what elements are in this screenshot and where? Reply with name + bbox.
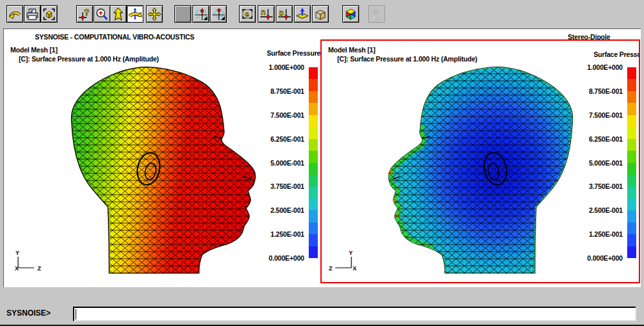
svg-text:n: n xyxy=(261,8,265,17)
sysnoise-app-window: { "header": { "title": "SYSNOISE - COMPU… xyxy=(0,0,644,326)
legend-color-segment xyxy=(627,223,636,234)
grab-hand-button[interactable] xyxy=(368,5,385,23)
right-legend-color-bar xyxy=(627,67,636,258)
node-pick-button[interactable]: n xyxy=(258,5,275,23)
legend-color-segment xyxy=(309,246,318,258)
right-axis-horizontal-label: Z xyxy=(329,265,333,272)
legend-color-segment xyxy=(627,91,636,103)
pick-circle-point-button[interactable] xyxy=(210,5,227,23)
legend-color-segment xyxy=(627,103,636,114)
right-axis-up-label: Y xyxy=(349,250,353,256)
legend-color-segment xyxy=(627,175,636,186)
zoom-arrow-icon xyxy=(111,7,125,21)
svg-text:p: p xyxy=(279,8,284,17)
rotate-button[interactable] xyxy=(127,5,143,23)
undo-button[interactable] xyxy=(6,5,23,23)
pan-button[interactable] xyxy=(146,5,163,23)
node-pick-icon: n xyxy=(259,7,273,21)
legend-color-segment xyxy=(309,234,318,246)
legend-color-segment xyxy=(309,79,318,91)
right-legend-title: Surface Pressure xyxy=(594,50,640,58)
graphics-viewport: SYSNOISE - COMPUTATIONAL VIBRO-ACOUSTICS… xyxy=(3,28,641,287)
legend-color-segment xyxy=(309,223,318,234)
iso-cube-icon xyxy=(344,7,358,21)
iso-view-button[interactable] xyxy=(342,5,359,23)
legend-color-segment xyxy=(627,210,636,222)
legend-color-segment xyxy=(627,234,636,246)
legend-color-segment xyxy=(627,67,636,79)
print-button[interactable] xyxy=(24,5,41,23)
fit-view-button[interactable] xyxy=(41,5,57,23)
pan-icon xyxy=(147,7,161,21)
legend-color-segment xyxy=(309,175,318,186)
normal-vector-icon xyxy=(295,7,309,21)
pick-circle-point-icon xyxy=(211,7,225,21)
rotate-icon xyxy=(128,7,142,21)
legend-color-segment xyxy=(627,163,636,175)
left-axis-origin-label: X xyxy=(15,265,19,272)
legend-color-segment xyxy=(627,79,636,91)
left-model-label: Model Mesh [1] xyxy=(10,46,57,54)
legend-color-segment xyxy=(309,163,318,175)
left-result-label: [C]: Surface Pressure at 1.000 Hz (Ampli… xyxy=(19,55,159,63)
right-axis-origin-label: X xyxy=(353,265,357,272)
right-result-label: [C]: Surface Pressure at 1.000 Hz (Ampli… xyxy=(337,55,477,63)
color-swatch-icon xyxy=(176,7,190,21)
open-box-view-button[interactable] xyxy=(312,5,329,23)
fit-view-icon xyxy=(42,7,56,21)
point-pick-icon: p xyxy=(277,7,291,21)
legend-color-segment xyxy=(309,151,318,162)
left-head-model-view[interactable] xyxy=(62,67,259,274)
legend-color-segment xyxy=(309,127,318,138)
legend-color-segment xyxy=(627,186,636,198)
legend-color-segment xyxy=(309,67,318,79)
legend-color-segment xyxy=(309,186,318,198)
open-box-icon xyxy=(313,7,327,21)
command-input[interactable] xyxy=(73,307,636,321)
svg-text:?: ? xyxy=(84,7,90,17)
query-point-button[interactable]: ? xyxy=(76,5,93,23)
pick-box-point-icon xyxy=(194,7,208,21)
left-axis-up-label: Y xyxy=(16,250,19,256)
pick-box-point-button[interactable] xyxy=(192,5,209,23)
console-prompt: SYSNOISE> xyxy=(6,309,50,318)
undo-icon xyxy=(8,7,22,21)
color-swatch-button[interactable] xyxy=(174,5,191,23)
right-axis-triad: Y X Z xyxy=(325,249,358,272)
normal-vector-button[interactable] xyxy=(294,5,311,23)
right-model-label: Model Mesh [1] xyxy=(328,46,375,54)
left-axis-triad: Y X Z xyxy=(12,249,46,272)
element-pick-icon: e xyxy=(240,7,254,21)
left-head-mesh xyxy=(62,67,259,274)
legend-color-segment xyxy=(309,91,318,103)
print-icon xyxy=(25,7,39,21)
legend-color-segment xyxy=(627,199,636,210)
point-pick-button[interactable]: p xyxy=(276,5,293,23)
zoom-dynamic-button[interactable] xyxy=(110,5,127,23)
left-legend-color-bar xyxy=(309,67,318,258)
left-legend-title: Surface Pressure xyxy=(267,49,320,57)
legend-color-segment xyxy=(627,151,636,162)
left-axis-horizontal-label: Z xyxy=(37,265,41,272)
text-caret xyxy=(76,309,76,320)
legend-color-segment xyxy=(627,115,636,127)
legend-color-segment xyxy=(309,199,318,210)
right-head-mesh xyxy=(385,67,582,274)
element-pick-button[interactable]: e xyxy=(239,5,256,23)
main-title: SYSNOISE - COMPUTATIONAL VIBRO-ACOUSTICS xyxy=(35,33,194,41)
legend-color-segment xyxy=(627,127,636,138)
legend-color-segment xyxy=(627,139,636,151)
legend-color-segment xyxy=(309,103,318,114)
legend-color-segment xyxy=(627,246,636,258)
zoom-icon xyxy=(95,7,109,21)
grab-hand-icon xyxy=(369,7,384,21)
zoom-button[interactable] xyxy=(94,5,110,23)
right-panel-frame: Model Mesh [1] [C]: Surface Pressure at … xyxy=(320,39,640,283)
query-point-icon: ? xyxy=(78,7,92,21)
right-head-model-view[interactable] xyxy=(385,67,582,274)
legend-color-segment xyxy=(309,115,318,127)
legend-color-segment xyxy=(309,210,318,222)
legend-color-segment xyxy=(309,139,318,151)
svg-text:e: e xyxy=(245,10,249,19)
